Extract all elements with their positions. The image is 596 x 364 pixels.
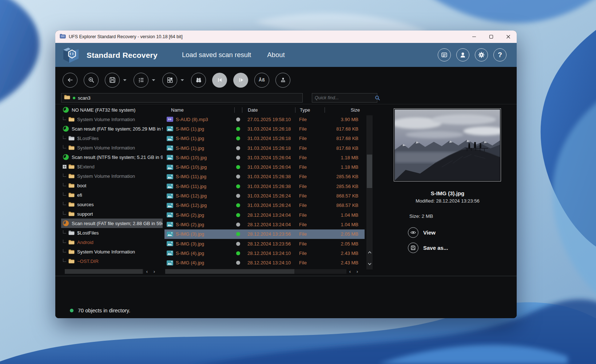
minimize-button[interactable] [465, 31, 482, 43]
image-file-icon [167, 174, 173, 179]
permissions-button[interactable] [275, 73, 290, 88]
tree-item[interactable]: System Volume Information [61, 171, 163, 181]
view-mode-button[interactable] [162, 73, 177, 88]
list-scroll-down-button[interactable] [366, 261, 373, 267]
recovery-status-dot [236, 184, 240, 188]
tree-hscroll-thumb[interactable] [65, 269, 143, 274]
file-row[interactable]: S-IMG (1).jpg31.03.2024 15:26:18File817.… [164, 143, 365, 153]
tree-item[interactable]: ~OST.DIR [61, 256, 163, 266]
image-file-icon [167, 232, 173, 237]
file-row[interactable]: S-IMG (11).jpg31.03.2024 15:26:38File285… [164, 181, 365, 191]
back-button[interactable] [63, 73, 78, 88]
list-options-button-dropdown[interactable] [152, 79, 156, 81]
quick-find-input[interactable] [312, 95, 375, 100]
tree-item[interactable]: Android [61, 237, 163, 247]
tree-item[interactable]: sources [61, 200, 163, 209]
column-header-date[interactable]: Date [242, 107, 295, 113]
tree-scroll-right-button[interactable]: › [151, 269, 158, 274]
list-vertical-scrollbar[interactable] [366, 115, 373, 269]
scan-button[interactable] [84, 73, 99, 88]
image-file-icon [167, 212, 173, 217]
file-size: 2.43 MB [323, 251, 358, 256]
tree-item[interactable]: Scan result (FAT file system; 2.88 GB in… [61, 219, 163, 228]
list-options-button[interactable] [134, 73, 148, 88]
file-row[interactable]: S-IMG (3).jpg28.12.2024 13:23:56File2.05… [164, 229, 365, 239]
folder-tree: NO NAME (FAT32 file system)System Volume… [61, 105, 163, 269]
list-hscroll-thumb[interactable] [165, 269, 294, 274]
news-icon[interactable] [438, 48, 451, 61]
app-window-icon [60, 33, 66, 40]
toolbar: Āß [63, 68, 290, 92]
save-button-dropdown[interactable] [123, 79, 127, 81]
tree-scroll-left-button[interactable]: ‹ [143, 269, 151, 274]
tree-item[interactable]: efi [61, 190, 163, 200]
settings-icon[interactable] [475, 48, 488, 61]
tree-item[interactable]: Scan result (FAT file system; 205.29 MB … [61, 124, 163, 133]
preview-filename: S-IMG (3).jpg [378, 190, 517, 196]
column-header-size[interactable]: Size [325, 107, 360, 113]
tree-item[interactable]: $Extend [61, 162, 163, 171]
tree-horizontal-scrollbar[interactable]: ‹ › [65, 269, 167, 274]
file-name: S-IMG (3).jpg [176, 241, 204, 247]
file-row[interactable]: S-IMG (11).jpg31.03.2024 15:26:38File285… [164, 172, 365, 181]
list-vscroll-thumb[interactable] [367, 155, 372, 188]
save-button[interactable] [105, 73, 120, 88]
file-row[interactable]: S-IMG (1).jpg31.03.2024 15:26:18File817.… [164, 134, 365, 143]
find-button[interactable] [191, 73, 206, 88]
panels: NO NAME (FAT32 file system)System Volume… [55, 104, 517, 275]
file-row[interactable]: S-IMG (10).jpg31.03.2024 15:26:04File1.1… [164, 153, 365, 162]
file-row[interactable]: S-IMG (12).jpg31.03.2024 15:26:24File868… [164, 191, 365, 200]
next-item-button[interactable] [233, 73, 248, 88]
list-scroll-left-button[interactable]: ‹ [346, 269, 354, 274]
tree-item[interactable]: $LostFiles [61, 228, 163, 237]
encoding-button[interactable]: Āß [254, 73, 269, 88]
column-header-type[interactable]: Type [295, 107, 325, 113]
menu-load-saved-scan-result[interactable]: Load saved scan result [182, 51, 251, 59]
quick-find-box [312, 93, 377, 103]
account-icon[interactable] [456, 48, 469, 61]
save-as-button[interactable]: Save as... [408, 243, 448, 253]
image-file-icon [167, 260, 173, 265]
folder-icon [68, 183, 75, 188]
file-date: 31.03.2024 15:26:04 [242, 155, 294, 160]
list-scroll-up-button[interactable] [366, 249, 373, 256]
folder-icon [68, 202, 75, 207]
file-row[interactable]: S-IMG (12).jpg31.03.2024 15:26:24File868… [164, 201, 365, 210]
recovery-status-dot [236, 175, 240, 179]
tree-item[interactable]: System Volume Information [61, 247, 163, 256]
file-row[interactable]: S-AUD (8).mp327.01.2025 19:58:10File3.90… [164, 115, 365, 124]
file-row[interactable]: S-IMG (2).jpg28.12.2024 13:24:04File1.04… [164, 210, 365, 220]
tree-item[interactable]: boot [61, 181, 163, 190]
pie-green-icon [63, 154, 69, 160]
tree-item[interactable]: System Volume Information [61, 143, 163, 152]
file-row[interactable]: S-IMG (1).jpg31.03.2024 15:26:18File817.… [164, 124, 365, 133]
file-row[interactable]: S-IMG (3).jpg28.12.2024 13:23:56File2.05… [164, 239, 365, 248]
file-size: 285.56 KB [323, 174, 358, 179]
file-row[interactable]: S-IMG (4).jpg28.12.2024 13:24:10File2.43… [164, 248, 365, 258]
tree-item[interactable]: System Volume Information [61, 115, 163, 124]
tree-item[interactable]: Scan result (NTFS file system; 5.21 GB i… [61, 152, 163, 162]
menu-about[interactable]: About [267, 51, 285, 59]
quick-find-search-icon[interactable] [375, 95, 380, 101]
image-file-icon [167, 203, 173, 208]
help-icon[interactable]: ? [493, 48, 506, 61]
maximize-button[interactable] [482, 31, 500, 43]
list-scroll-right-button[interactable]: › [354, 269, 361, 274]
tree-item[interactable]: support [61, 209, 163, 219]
file-row[interactable]: S-IMG (10).jpg31.03.2024 15:26:04File1.1… [164, 162, 365, 172]
close-button[interactable] [500, 31, 517, 43]
recovery-status-dot [236, 136, 240, 140]
file-name: S-IMG (3).jpg [176, 231, 204, 237]
preview-size: Size: 2 MB [409, 213, 433, 219]
tree-item[interactable]: $LostFiles [61, 133, 163, 143]
list-horizontal-scrollbar[interactable]: ‹ › [165, 269, 369, 274]
prev-item-button[interactable] [212, 73, 227, 88]
view-mode-button-dropdown[interactable] [180, 79, 185, 81]
current-path-box[interactable]: scan3 [61, 93, 303, 103]
file-row[interactable]: S-IMG (2).jpg28.12.2024 13:24:04File1.04… [164, 220, 365, 229]
tree-item[interactable]: NO NAME (FAT32 file system) [61, 105, 163, 115]
view-button[interactable]: View [408, 227, 448, 238]
column-header-name[interactable]: Name [164, 107, 234, 113]
file-row[interactable]: S-IMG (4).jpg28.12.2024 13:24:10File2.43… [164, 258, 365, 267]
expand-icon[interactable] [63, 165, 67, 169]
